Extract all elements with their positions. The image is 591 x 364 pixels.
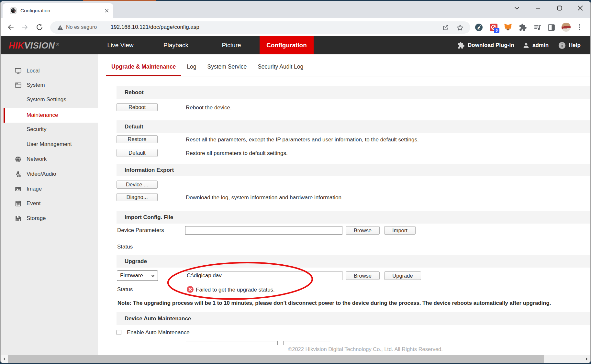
diagnose-export-button[interactable]: Diagno... [117,193,158,201]
upgrade-button[interactable]: Upgrade [384,271,421,280]
enable-auto-maintenance-checkbox[interactable] [117,330,121,335]
plugin-puzzle-icon [457,42,465,49]
scrollbar-track[interactable] [544,355,590,363]
sidebar-item-security[interactable]: Security [1,122,98,137]
nav-configuration[interactable]: Configuration [260,36,314,54]
content-panel: Upgrade & Maintenance Log System Service… [98,54,590,355]
bookmark-star-icon[interactable] [457,24,463,31]
forward-icon[interactable] [21,24,28,31]
tab-close-icon[interactable] [104,8,109,13]
window-close-icon[interactable] [576,4,585,12]
download-plugin-button[interactable]: Download Plug-in [457,36,514,54]
section-auto-maintenance-header: Device Auto Maintenance [117,312,590,325]
tab-search-chevron-icon[interactable] [513,4,521,12]
scroll-left-icon[interactable] [2,357,7,361]
hikvision-logo: HIKVISION® [9,41,59,51]
upgrade-status-label: Status [117,286,133,293]
select-chevron-icon [151,274,155,278]
restore-button[interactable]: Restore [117,135,158,143]
site-header: HIKVISION® Live View Playback Picture Co… [1,36,590,54]
sidebar-item-image[interactable]: Image [1,182,98,196]
help-button[interactable]: Help [558,36,581,54]
sidebar-item-event[interactable]: Event [1,196,98,211]
user-icon [523,42,530,49]
upgrade-browse-button[interactable]: Browse [346,271,380,280]
upgrade-type-select[interactable]: Firmware [117,270,158,281]
info-icon [558,42,566,49]
new-tab-icon[interactable] [119,7,127,15]
tab-strip: Configuration [1,1,590,18]
download-plugin-label: Download Plug-in [468,42,514,49]
omnibox-separator [106,24,106,31]
nav-picture[interactable]: Picture [206,36,257,54]
horizontal-scrollbar[interactable] [1,355,590,363]
tab-title: Configuration [20,8,50,14]
device-parameters-input[interactable] [185,226,342,235]
network-globe-icon [15,156,22,163]
tab-favicon-camera-icon [10,7,17,14]
nav-playback[interactable]: Playback [150,36,202,54]
sidebar-item-storage[interactable]: Storage [1,211,98,226]
sidebar-item-local[interactable]: Local [1,63,98,78]
browser-menu-icon[interactable] [577,24,582,31]
device-parameters-label: Device Parameters [117,227,164,234]
extension-adblock-icon[interactable]: 0 [490,23,498,31]
copyright-footer: ©2022 Hikvision Digital Technology Co., … [98,345,590,355]
not-secure-warning-icon[interactable] [57,25,63,30]
address-bar[interactable]: No es seguro 192.168.10.121/doc/page/con… [50,21,470,34]
import-button[interactable]: Import [384,226,416,235]
tab-upgrade-maintenance[interactable]: Upgrade & Maintenance [106,60,181,76]
sidebar-item-video-audio[interactable]: Video/Audio [1,167,98,182]
tabs-divider [106,76,590,76]
event-notepad-icon [15,200,22,207]
tab-security-audit-log[interactable]: Security Audit Log [252,60,309,76]
browser-tab[interactable]: Configuration [3,3,113,18]
browser-window: Configuration [0,1,591,363]
extension-metamask-icon[interactable] [504,23,512,31]
reboot-button[interactable]: Reboot [117,103,158,111]
window-minimize-icon[interactable] [534,4,542,12]
section-upgrade-header: Upgrade [117,255,590,268]
tab-system-service[interactable]: System Service [202,60,252,76]
upgrade-file-input[interactable] [185,271,342,280]
diagnose-desc: Download the log, system information and… [186,194,343,201]
user-menu[interactable]: admin [523,36,549,54]
restore-desc: Reset all the parameters, except the IP … [186,137,419,143]
import-browse-button[interactable]: Browse [346,226,380,235]
device-export-button[interactable]: Device ... [117,181,158,189]
reading-list-music-icon[interactable] [533,23,541,31]
content-tabs: Upgrade & Maintenance Log System Service… [106,60,309,77]
page-body: Local System System Settings Maintenance… [1,54,590,355]
sidebar-item-system[interactable]: System [1,78,98,93]
extensions-puzzle-icon[interactable] [519,23,527,31]
upgrade-note: Note: The upgrading process will be 1 to… [117,300,551,306]
sidebar-item-system-settings[interactable]: System Settings [1,92,98,107]
enable-auto-maintenance-label: Enable Auto Maintenance [127,329,190,336]
profile-avatar[interactable] [562,23,571,32]
nav-live-view[interactable]: Live View [94,36,147,54]
scroll-right-icon[interactable] [584,357,589,361]
scrollbar-thumb[interactable] [8,355,544,363]
image-icon [15,185,22,193]
sidebar-item-network[interactable]: Network [1,152,98,167]
sidebar-item-user-management[interactable]: User Management [1,137,98,152]
window-maximize-icon[interactable] [555,4,564,12]
side-panel-icon[interactable] [547,23,555,31]
import-status-label: Status [117,244,133,250]
tab-log[interactable]: Log [181,60,202,76]
sidebar-item-maintenance[interactable]: Maintenance [4,108,98,123]
section-import-config-header: Import Config. File [117,211,590,224]
microphone-icon [15,171,22,178]
extension-e-icon[interactable]: e [475,23,483,31]
share-icon[interactable] [442,24,449,31]
default-desc: Restore all parameters to default settin… [186,150,288,157]
default-button[interactable]: Default [117,149,158,157]
monitor-icon [15,67,22,74]
security-label[interactable]: No es seguro [66,24,97,30]
upgrade-status-error: Failed to get the upgrade status. [196,287,275,293]
url-text[interactable]: 192.168.10.121/doc/page/config.asp [111,24,199,30]
error-icon [187,286,194,293]
back-icon[interactable] [7,24,14,31]
reload-icon[interactable] [36,24,43,31]
browser-toolbar: No es seguro 192.168.10.121/doc/page/con… [1,18,590,36]
